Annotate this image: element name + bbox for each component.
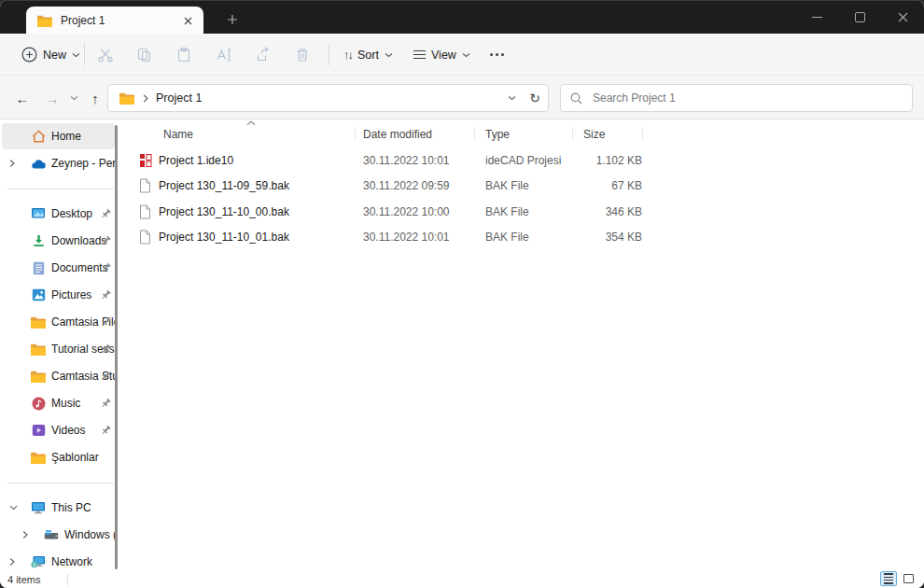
file-date-modified: 30.11.2022 10:01: [363, 154, 450, 167]
sidebar-item-label: This PC: [51, 501, 115, 514]
column-divider[interactable]: [355, 127, 356, 141]
sidebar-scrollbar[interactable]: [115, 125, 118, 569]
column-header-type[interactable]: Type: [485, 128, 510, 141]
idecad-file-icon: [139, 153, 154, 168]
column-divider[interactable]: [474, 127, 475, 141]
sidebar-item-label: Şablonlar: [51, 451, 115, 464]
chevron-down-icon[interactable]: [9, 505, 18, 511]
sidebar-item-label: Home: [51, 130, 115, 143]
tab-project-1[interactable]: Project 1: [26, 7, 203, 35]
cut-button[interactable]: [94, 44, 117, 66]
file-size: 1.102 KB: [523, 154, 642, 167]
sidebar-item-camtasia-studio[interactable]: Camtasia Stu: [2, 363, 115, 389]
copy-button[interactable]: [133, 44, 156, 66]
sidebar-item-sablonlar[interactable]: Şablonlar: [2, 444, 115, 470]
minimize-icon: [812, 17, 822, 18]
folder-icon: [31, 369, 46, 384]
chevron-right-icon[interactable]: [9, 558, 15, 567]
sidebar-item-camtasia-files[interactable]: Camtasia File: [2, 309, 115, 335]
column-divider[interactable]: [642, 127, 643, 141]
pin-icon: [100, 425, 112, 437]
sidebar-item-pictures[interactable]: Pictures: [2, 282, 115, 308]
column-header-size[interactable]: Size: [583, 128, 605, 141]
bak-file-icon: [139, 178, 154, 193]
rename-button[interactable]: [213, 44, 235, 66]
pin-icon: [100, 316, 112, 329]
forward-button[interactable]: →: [41, 87, 63, 109]
tab-close-icon[interactable]: [179, 12, 196, 29]
sidebar-item-tutorial-sessions[interactable]: Tutorial sessi: [2, 336, 115, 362]
close-button[interactable]: [881, 1, 924, 34]
file-row-bak-09-59[interactable]: Project 130_11-09_59.bak 30.11.2022 09:5…: [131, 174, 924, 200]
column-header-name[interactable]: Name: [163, 128, 193, 141]
cut-icon: [97, 47, 114, 63]
back-button[interactable]: ←: [11, 87, 34, 109]
pin-icon: [100, 343, 112, 356]
more-options-button[interactable]: [482, 40, 512, 69]
file-row-bak-10-00[interactable]: Project 130_11-10_00.bak 30.11.2022 10:0…: [131, 199, 924, 225]
sidebar-item-desktop[interactable]: Desktop: [2, 201, 115, 227]
chevron-right-icon[interactable]: [9, 160, 15, 168]
new-tab-button[interactable]: [220, 9, 245, 30]
delete-button[interactable]: [291, 44, 314, 66]
bak-file-icon: [139, 204, 154, 219]
paste-icon: [175, 47, 192, 63]
view-label: View: [431, 49, 456, 62]
address-bar-row: ← → ↑ Project 1 ↻: [0, 76, 924, 119]
pin-icon: [100, 289, 112, 301]
new-button[interactable]: New: [13, 40, 89, 69]
search-box[interactable]: [560, 84, 913, 112]
chevron-down-icon: [70, 95, 78, 101]
navigation-pane: Home Zeynep - Personal Desktop: [0, 119, 123, 571]
sidebar-item-windows-c[interactable]: Windows (C:): [2, 522, 115, 548]
share-button[interactable]: [252, 44, 274, 66]
large-icons-view-button[interactable]: [900, 571, 917, 586]
sidebar-item-label: Windows (C:): [64, 528, 115, 541]
file-row-project-1-ide10[interactable]: Project 1.ide10 30.11.2022 10:01 ideCAD …: [131, 147, 924, 174]
file-name: Project 1.ide10: [159, 154, 233, 167]
address-bar[interactable]: Project 1 ↻: [107, 84, 549, 112]
sidebar-item-videos[interactable]: Videos: [2, 417, 115, 443]
sidebar-item-onedrive[interactable]: Zeynep - Personal: [2, 150, 115, 176]
chevron-right-icon[interactable]: [22, 531, 28, 539]
sidebar-item-documents[interactable]: Documents: [2, 255, 115, 281]
desktop-icon: [31, 206, 46, 221]
search-icon: [570, 92, 582, 105]
window-controls: [795, 1, 924, 34]
breadcrumb-chevron-icon: [143, 94, 148, 103]
paste-button[interactable]: [173, 44, 195, 66]
pin-icon: [100, 235, 112, 247]
details-view-button[interactable]: [880, 571, 897, 586]
up-arrow-icon: ↑: [91, 91, 99, 106]
file-date-modified: 30.11.2022 10:01: [363, 231, 450, 244]
pictures-icon: [31, 287, 46, 302]
breadcrumb-item[interactable]: Project 1: [156, 91, 202, 105]
recent-locations-button[interactable]: [65, 87, 82, 109]
file-size: 346 KB: [523, 205, 642, 218]
file-row-bak-10-01[interactable]: Project 130_11-10_01.bak 30.11.2022 10:0…: [131, 225, 924, 251]
address-dropdown-chevron-icon[interactable]: [508, 95, 516, 101]
forward-arrow-icon: →: [46, 91, 60, 106]
up-button[interactable]: ↑: [84, 87, 106, 109]
sidebar-item-home[interactable]: Home: [2, 123, 115, 149]
minimize-button[interactable]: [795, 1, 838, 34]
command-bar: New ↑↓ Sort View: [0, 34, 924, 76]
chevron-down-icon: [385, 52, 393, 58]
home-icon: [31, 129, 46, 144]
sort-button[interactable]: ↑↓ Sort: [335, 40, 401, 69]
folder-icon: [31, 342, 46, 357]
file-date-modified: 30.11.2022 10:00: [363, 205, 450, 218]
column-divider[interactable]: [572, 127, 573, 141]
view-button[interactable]: View: [405, 40, 479, 69]
search-input[interactable]: [591, 91, 875, 105]
sidebar-item-this-pc[interactable]: This PC: [2, 495, 115, 521]
sidebar-item-music[interactable]: Music: [2, 390, 115, 416]
file-size: 354 KB: [523, 231, 642, 244]
sort-label: Sort: [357, 49, 379, 62]
tab-title: Project 1: [61, 14, 179, 27]
maximize-button[interactable]: [838, 1, 881, 34]
refresh-icon[interactable]: ↻: [529, 91, 540, 105]
file-date-modified: 30.11.2022 09:59: [363, 179, 450, 192]
column-header-date-modified[interactable]: Date modified: [363, 128, 432, 141]
sidebar-item-downloads[interactable]: Downloads: [2, 228, 115, 254]
